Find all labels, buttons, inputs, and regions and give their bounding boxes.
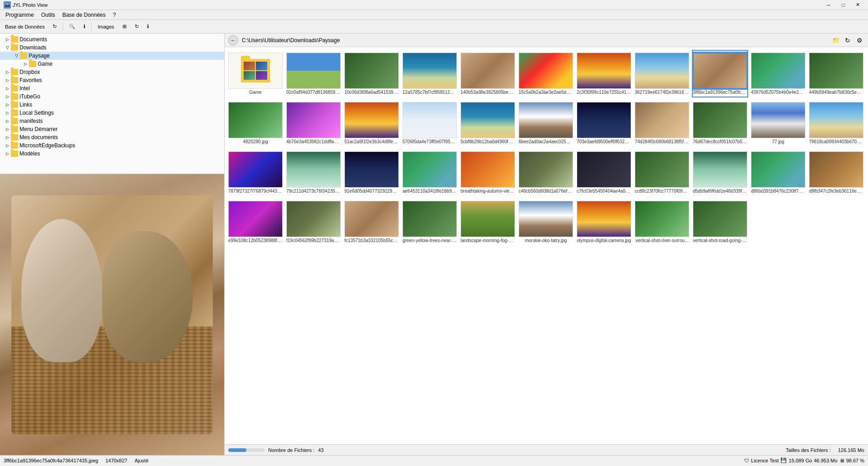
thumb-item-37[interactable]: morskie-oko-tatry.jpg	[519, 199, 573, 245]
expander-favorites[interactable]: ▷	[4, 77, 11, 84]
expander-game[interactable]: ▷	[22, 60, 29, 68]
thumb-item-29[interactable]: d5db9af6f6dd1e48d339f03f...	[693, 150, 747, 195]
thumb-item-27[interactable]: c7fc03e55450404ae4a0c68b...	[577, 150, 631, 195]
thumb-item-14[interactable]: 5cbf8b29b12ba0d4960f509...	[461, 100, 515, 146]
thumb-item-19[interactable]: 77.jpg	[751, 100, 805, 146]
expander-local-settings[interactable]: ▷	[4, 109, 11, 116]
thumb-item-11[interactable]: 4b76e3a453982c1ddffaddb...	[286, 100, 341, 146]
expander-modeles[interactable]: ▷	[4, 150, 11, 157]
thumb-item-7[interactable]: 3ff6bc1a91396ec75a0fc4a73...	[693, 51, 747, 97]
thumb-item-1[interactable]: 10c06d36f8a6ad541539e236...	[344, 51, 399, 97]
thumb-item-5[interactable]: 2c3f30f99c110e7255c41fefd...	[577, 51, 631, 97]
expander-mes-documents[interactable]: ▷	[4, 134, 11, 141]
thumb-item-30[interactable]: d86bd391b8476c2308717c0...	[751, 150, 805, 195]
close-button[interactable]: ✕	[851, 0, 864, 10]
thumb-item-3[interactable]: 140b53a98e3825805bec89e...	[461, 51, 515, 97]
thumb-item-15[interactable]: 6bee2ad0ac2a4aec0258f093...	[519, 100, 573, 146]
thumb-item-26[interactable]: c48cb560d608d1a076ef2cc4...	[519, 150, 573, 195]
settings-action-icon[interactable]: ⚙	[854, 35, 864, 45]
minimize-button[interactable]: ─	[822, 0, 835, 10]
maximize-button[interactable]: □	[836, 0, 850, 10]
thumb-item-38[interactable]: olympus-digital-camera.jpg	[577, 199, 631, 245]
tree-item-links[interactable]: ▷ Links	[0, 101, 224, 109]
tree-item-menu-demarrer[interactable]: ▷ Menu Démarrer	[0, 125, 224, 133]
tree-item-dropbox[interactable]: ▷ Dropbox	[0, 68, 224, 76]
thumb-item-22[interactable]: 79c211d4273c76f3423518ab...	[286, 150, 341, 195]
tree-item-downloads[interactable]: ▽ Downloads	[0, 44, 224, 52]
tree-label-manifests: manifests	[20, 118, 43, 124]
thumb-item-25[interactable]: breathtaking-autumn-view...	[461, 150, 515, 195]
thumb-item-18[interactable]: 76d67dec8ccf051fc07b57f7...	[693, 100, 747, 146]
expander-edge-backups[interactable]: ▷	[4, 142, 11, 149]
tree-item-local-settings[interactable]: ▷ Local Settings	[0, 109, 224, 117]
thumb-item-35[interactable]: green-yellow-trees-near-m...	[402, 199, 457, 245]
refresh-button-2[interactable]: ↻	[132, 22, 142, 31]
thumb-item-9[interactable]: 449b5949eab7b830c5ec5a4...	[809, 51, 863, 97]
thumb-item-6[interactable]: 362719ee6174f2e3961655ce...	[635, 51, 689, 97]
tree-item-manifests[interactable]: ▷ manifests	[0, 117, 224, 125]
thumb-box-23	[344, 151, 399, 188]
thumb-item-20[interactable]: 78618ca00934403b670da09...	[809, 100, 863, 146]
thumb-item-21[interactable]: 7879f27327f76879cf443ad2...	[228, 150, 283, 195]
tree-item-game[interactable]: ▷ Game	[0, 60, 224, 68]
thumb-item-16[interactable]: 703e3aefd9500eff0f63294bc...	[577, 100, 631, 146]
database-button[interactable]: Base de Données	[2, 23, 48, 31]
thumb-item-13[interactable]: 5706f5da4e73ff0e07f9547e4...	[402, 100, 457, 146]
expander-downloads[interactable]: ▽	[4, 44, 11, 51]
menu-help[interactable]: ?	[109, 11, 120, 19]
thumb-item-40[interactable]: vertical-shot-road-going-th...	[693, 199, 747, 245]
thumb-box-18	[693, 102, 747, 138]
tree-item-favorites[interactable]: ▷ Favorites	[0, 76, 224, 84]
tree-item-documents[interactable]: ▷ Documents	[0, 35, 224, 44]
expander-dropbox[interactable]: ▷	[4, 68, 11, 76]
expander-intel[interactable]: ▷	[4, 85, 11, 92]
expander-documents[interactable]: ▷	[4, 36, 11, 43]
expander-paysage[interactable]: ▽	[13, 52, 20, 59]
thumb-item-33[interactable]: f19c04562f99b227319a7aef7...	[286, 199, 341, 245]
expander-manifests[interactable]: ▷	[4, 117, 11, 125]
tree-item-edge-backups[interactable]: ▷ MicrosoftEdgeBackups	[0, 141, 224, 150]
menu-outils[interactable]: Outils	[38, 11, 59, 19]
thumb-item-24[interactable]: ae6453110a3418fe16b993ef...	[402, 150, 457, 195]
thumb-box-28	[635, 151, 689, 188]
images-button[interactable]: Images	[94, 23, 117, 31]
expander-itubeGo[interactable]: ▷	[4, 93, 11, 100]
back-button[interactable]: ←	[228, 35, 238, 45]
folder-icon-manifests	[11, 118, 18, 124]
thumb-item-17[interactable]: 74d284f0c690b68138f5f7fb6...	[635, 100, 689, 146]
thumb-item-23[interactable]: 91e6d05dd40773292292bad...	[344, 150, 399, 195]
folder-icon-links	[11, 102, 18, 108]
thumb-item-2[interactable]: 12a5785c7bf7cf9595122d7b...	[402, 51, 457, 97]
thumb-item-34[interactable]: fc13571b3a332105b55ca9d4...	[344, 199, 399, 245]
menu-programme[interactable]: Programme	[2, 11, 38, 19]
refresh-toolbar-button[interactable]: ↻	[49, 22, 60, 31]
thumb-label-35: green-yellow-trees-near-m...	[402, 238, 457, 243]
thumb-item-12[interactable]: 51ac2a9f1f2e3b3c4d8fe2a1...	[344, 100, 399, 146]
thumb-item-game[interactable]: Game	[228, 51, 283, 97]
thumb-item-32[interactable]: e99e108c12b05238988f097e...	[228, 199, 283, 245]
titlebar-controls[interactable]: ─ □ ✕	[822, 0, 864, 10]
tree-item-modeles[interactable]: ▷ Modèles	[0, 150, 224, 158]
tree-item-itubeGo[interactable]: ▷ iTubeGo	[0, 92, 224, 101]
thumb-item-36[interactable]: landscape-morning-fog-m...	[461, 199, 515, 245]
thumb-item-4[interactable]: 15c5a0b2a3ae3e2ae5dd3c1...	[519, 51, 573, 97]
thumb-box-39	[635, 201, 689, 237]
tree-item-paysage[interactable]: ▽ Paysage	[0, 52, 224, 60]
refresh-action-icon[interactable]: ↻	[843, 35, 853, 45]
grid-button[interactable]: ⊞	[119, 22, 130, 31]
thumb-item-28[interactable]: cc88c23f70fcc77770f094298...	[635, 150, 689, 195]
tree-item-mes-documents[interactable]: ▷ Mes documents	[0, 133, 224, 141]
expander-menu-demarrer[interactable]: ▷	[4, 126, 11, 133]
tree-item-intel[interactable]: ▷ Intel	[0, 84, 224, 92]
thumb-item-0[interactable]: 02c0af94d377d81368590d9d...	[286, 51, 341, 97]
info-button-2[interactable]: ℹ	[144, 22, 152, 31]
thumb-item-8[interactable]: 43976d52075b4b0e4e2df60...	[751, 51, 805, 97]
thumb-item-31[interactable]: d9fb347c2fe3eb36116e9214...	[809, 150, 863, 195]
expander-links[interactable]: ▷	[4, 101, 11, 108]
thumb-item-39[interactable]: vertical-shot-river-surrou...	[635, 199, 689, 245]
thumb-item-10[interactable]: 4920290.jpg	[228, 100, 283, 146]
menu-database[interactable]: Base de Données	[59, 11, 109, 19]
info-button-1[interactable]: ℹ	[80, 22, 88, 31]
zoom-button[interactable]: 🔍	[66, 22, 78, 31]
folder-action-icon[interactable]: 📁	[831, 35, 841, 45]
